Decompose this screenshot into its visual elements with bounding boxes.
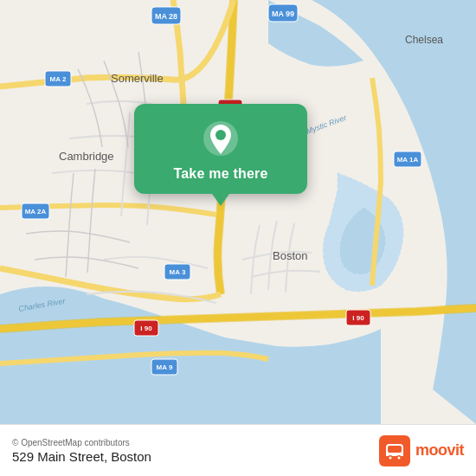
moovit-wordmark: moovit bbox=[415, 441, 464, 460]
svg-text:MA 3: MA 3 bbox=[170, 268, 186, 276]
popup-card[interactable]: Take me there bbox=[134, 104, 307, 194]
svg-point-28 bbox=[215, 130, 226, 140]
svg-text:Chelsea: Chelsea bbox=[405, 34, 443, 46]
attribution-text: © OpenStreetMap contributors bbox=[12, 438, 151, 447]
svg-text:I 90: I 90 bbox=[352, 314, 364, 322]
svg-text:Cambridge: Cambridge bbox=[59, 150, 114, 163]
bottom-info: © OpenStreetMap contributors 529 Main St… bbox=[12, 438, 151, 464]
bottom-bar: © OpenStreetMap contributors 529 Main St… bbox=[0, 424, 476, 476]
map-container: MA 28 MA 99 I 93 MA 3 I 90 I 90 MA 9 MA … bbox=[0, 0, 476, 424]
svg-rect-30 bbox=[388, 446, 402, 453]
svg-point-34 bbox=[397, 456, 400, 459]
svg-text:Somerville: Somerville bbox=[111, 72, 164, 85]
map-background: MA 28 MA 99 I 93 MA 3 I 90 I 90 MA 9 MA … bbox=[0, 0, 476, 424]
svg-text:I 90: I 90 bbox=[140, 325, 152, 332]
svg-text:MA 2: MA 2 bbox=[50, 75, 67, 83]
svg-text:MA 2A: MA 2A bbox=[25, 208, 47, 215]
moovit-logo: moovit bbox=[379, 435, 464, 466]
svg-text:MA 1A: MA 1A bbox=[397, 156, 419, 164]
svg-text:MA 99: MA 99 bbox=[272, 10, 294, 18]
take-me-there-button[interactable]: Take me there bbox=[173, 166, 267, 182]
location-pin-icon bbox=[202, 119, 240, 158]
address-text: 529 Main Street, Boston bbox=[12, 449, 151, 464]
svg-text:Boston: Boston bbox=[273, 249, 307, 262]
svg-text:MA 9: MA 9 bbox=[157, 363, 173, 371]
svg-text:MA 28: MA 28 bbox=[155, 12, 177, 21]
svg-point-32 bbox=[389, 456, 391, 459]
moovit-icon bbox=[379, 435, 410, 466]
